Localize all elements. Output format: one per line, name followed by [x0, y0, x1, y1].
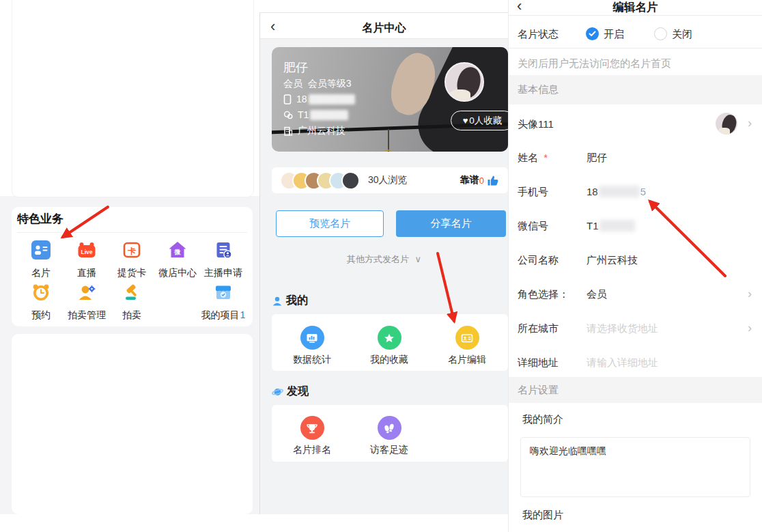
mine-item-label: 我的收藏: [370, 354, 408, 366]
viewers-strip-card: 30人浏览 靠谱 0: [272, 167, 508, 193]
photo-string-shape: [388, 129, 389, 152]
name-field-label: 姓名 *: [518, 152, 548, 165]
intro-textarea[interactable]: 嗨欢迎光临嘿嘿嘿: [520, 437, 750, 497]
service-label: 提货卡: [117, 267, 146, 279]
discover-item-footprints[interactable]: 访客足迹: [358, 416, 420, 456]
status-on-label[interactable]: 开启: [604, 28, 624, 41]
profile-avatar[interactable]: [444, 62, 484, 102]
address-field-placeholder[interactable]: 请输入详细地址: [587, 356, 658, 369]
check-icon: [589, 31, 596, 37]
person-icon: [272, 296, 283, 307]
reliable-count: 0: [479, 176, 484, 186]
other-ways-link[interactable]: 其他方式发名片 ∨: [259, 253, 509, 266]
status-off-radio[interactable]: [654, 27, 667, 40]
phone-blur-mask: [599, 186, 640, 197]
chevron-right-icon[interactable]: ›: [748, 288, 752, 300]
service-pickup-card[interactable]: 卡 提货卡: [109, 240, 154, 279]
top-divider: [259, 12, 509, 13]
left-top-card: [12, 0, 254, 197]
service-label: 直播: [77, 267, 96, 279]
viewer-avatars: [286, 171, 360, 190]
mine-item-favorites[interactable]: 我的收藏: [358, 326, 420, 366]
gavel-icon: [122, 283, 141, 305]
name-field-value[interactable]: 肥仔: [587, 152, 607, 165]
discover-item-ranking[interactable]: 名片排名: [281, 416, 343, 456]
mine-item-card-edit[interactable]: 名片编辑: [436, 326, 498, 366]
service-label: 名片: [31, 267, 51, 279]
favorite-pill[interactable]: ♥ 0人收藏: [451, 111, 508, 130]
views-count: 30人浏览: [368, 174, 408, 186]
planet-icon: [272, 387, 283, 397]
phone-icon: [283, 94, 292, 104]
address-field-label: 详细地址: [518, 356, 559, 369]
edit-card-panel: ‹ 编辑名片 名片状态 开启 关闭 关闭后用户无法访问您的名片首页 基本信息 头…: [509, 0, 762, 532]
share-card-button[interactable]: 分享名片: [396, 210, 506, 237]
heart-icon: ♥: [463, 115, 468, 126]
service-label: 预约: [31, 309, 51, 322]
service-live[interactable]: Live 直播: [64, 240, 109, 279]
profile-photo-card[interactable]: 肥仔 会员 会员等级3 18 T1 广州云科技: [272, 47, 508, 152]
profile-wechat-row: T1: [283, 109, 348, 120]
service-label: 主播申请: [204, 267, 242, 279]
storefront-icon: [214, 283, 233, 305]
mine-section-header: 我的: [272, 294, 308, 308]
profile-name: 肥仔: [283, 59, 308, 76]
service-microstore-center[interactable]: 微 微店中心: [155, 240, 200, 279]
page-title: 编辑名片: [509, 0, 762, 15]
featured-services-title: 特色业务: [17, 211, 63, 227]
mine-item-stats[interactable]: 数据统计: [281, 326, 343, 366]
chevron-down-icon: ∨: [415, 254, 422, 264]
role-field-value[interactable]: 会员: [587, 288, 607, 301]
status-off-label[interactable]: 关闭: [672, 28, 692, 41]
phone-field-label: 手机号: [518, 186, 548, 199]
service-auction-manage[interactable]: 拍卖管理: [64, 283, 109, 322]
left-middle-divider: [259, 12, 260, 514]
card-center-panel: ‹ 名片中心 肥仔 会员 会员等级3 18 T1: [259, 0, 509, 532]
intro-label: 我的简介: [522, 413, 563, 426]
wechat-icon: [283, 111, 293, 120]
chevron-right-icon[interactable]: ›: [748, 322, 752, 334]
service-my-project[interactable]: 我的项目1: [201, 283, 246, 322]
profile-phone-row: 18: [283, 94, 355, 104]
phone-field-value[interactable]: 18 5: [587, 186, 646, 197]
status-divider: [509, 48, 762, 48]
left-bottom-card: [12, 334, 253, 514]
service-host-apply[interactable]: 主播申请: [201, 240, 246, 279]
discover-item-label: 访客足迹: [370, 444, 408, 456]
status-on-radio[interactable]: [586, 27, 599, 40]
photo-loop-shape: [382, 150, 395, 152]
person-gear-icon: [77, 283, 96, 305]
discover-item-label: 名片排名: [293, 444, 331, 456]
role-field-label: 角色选择：: [518, 288, 569, 301]
mine-item-label: 名片编辑: [448, 354, 486, 366]
avatar-body-shape: [718, 128, 731, 135]
service-label: 微店中心: [158, 267, 197, 279]
live-tv-icon: Live: [77, 240, 96, 262]
city-field-placeholder[interactable]: 请选择收货地址: [587, 322, 658, 335]
host-apply-doc-icon: [214, 240, 233, 262]
avatar-field-image[interactable]: [716, 113, 737, 135]
company-field-value[interactable]: 广州云科技: [587, 254, 638, 267]
required-asterisk: *: [544, 152, 548, 163]
phone-blur-mask: [309, 94, 355, 104]
service-auction[interactable]: 拍卖: [109, 283, 154, 322]
card-status-label: 名片状态: [518, 28, 559, 41]
project-count-badge: 1: [240, 309, 246, 320]
wechat-field-value[interactable]: T1: [587, 220, 635, 232]
card-settings-band: 名片设置: [509, 377, 762, 403]
star-icon: [378, 326, 401, 350]
chevron-right-icon[interactable]: ›: [748, 117, 752, 129]
microstore-house-icon: 微: [168, 240, 187, 262]
trophy-icon: [300, 416, 324, 440]
left-panel: 特色业务 名片 Live 直播 卡 提货卡 微 微店中心: [0, 0, 259, 532]
avatar-body-shape: [450, 89, 470, 100]
wechat-field-label: 微信号: [518, 220, 548, 233]
service-appointment[interactable]: 预约: [18, 283, 63, 322]
preview-card-button[interactable]: 预览名片: [276, 210, 384, 237]
service-business-card[interactable]: 名片: [18, 240, 63, 279]
business-card-icon: [31, 240, 51, 262]
viewer-avatar: [341, 171, 360, 190]
company-building-icon: [283, 126, 293, 136]
thumbs-up-icon[interactable]: [486, 173, 500, 187]
discover-section-header: 发现: [272, 384, 309, 399]
